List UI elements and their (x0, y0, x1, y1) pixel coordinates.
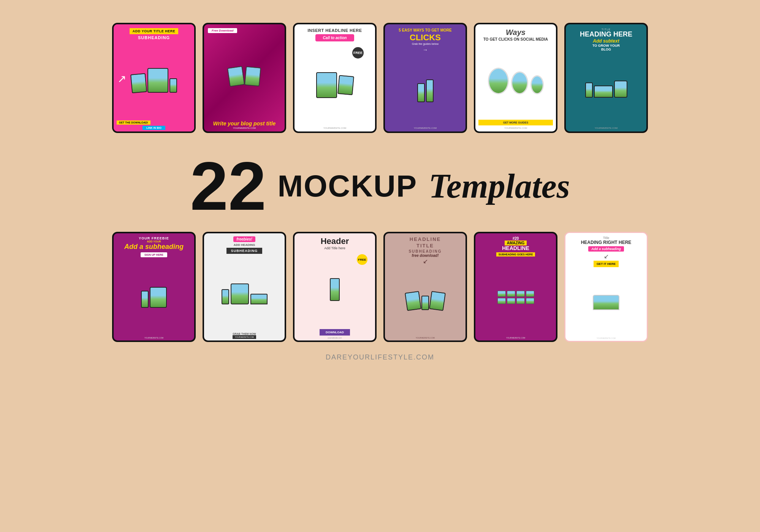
bt5-mockup (497, 258, 534, 337)
t6-togrow: TO GROW YOUR (592, 44, 620, 48)
bt5-url: YOURWEBSITE.COM (506, 337, 525, 339)
t1-mockup-area: ↗ (114, 41, 194, 119)
t2-url: YOURWEBSITE.COM (208, 127, 281, 129)
bt6-inner: Title HEADING RIGHT HERE Add a subheadin… (565, 233, 647, 341)
bt6-heading: HEADING RIGHT HERE (581, 240, 632, 245)
bt2-add-heading: ADD HEADING (234, 243, 255, 247)
t6-blog: BLOG (601, 48, 611, 51)
bt3-inner: Header Add Title here FREE DOWNLOAD your… (294, 233, 375, 340)
bottom-template-card-3: Header Add Title here FREE DOWNLOAD your… (293, 232, 377, 342)
bt1-subheading: Add a subheading (124, 243, 184, 251)
t3-inner: INSERT HEADLINE HERE Call to action FREE… (294, 24, 375, 131)
bt6-get-it: GET IT HERE (594, 261, 619, 267)
t1-subheading: SUBHEADING (138, 35, 170, 40)
t3-url: YOURWEBSITE.COM (323, 127, 346, 129)
bt4-mockup (406, 265, 445, 337)
t5-url: YOURWEBSITE.COM (504, 127, 527, 129)
t1-title: ADD YOUR TITLE HERE (130, 28, 178, 34)
top-templates-row: ADD YOUR TITLE HERE SUBHEADING ↗ get the… (112, 23, 648, 133)
bottom-template-card-2: freebies! ADD HEADING SUBHEADING GRAB TH… (203, 232, 286, 342)
t5-mockup-area (488, 42, 544, 120)
t2-mockup-area (208, 33, 281, 120)
bt1-inner: YOUR FREEBIE ADD YOUR Add a subheading S… (114, 233, 194, 340)
bt3-download: DOWNLOAD (320, 329, 350, 336)
bt3-header: Header (321, 236, 349, 246)
bt6-mockup (593, 268, 619, 337)
template-card-5: Ways TO GET CLICKS ON SOCIAL MEDIA (474, 23, 557, 133)
bt4-headline: HEADLINE (410, 236, 441, 242)
bt5-num: #20 (513, 236, 519, 241)
bt2-inner: freebies! ADD HEADING SUBHEADING GRAB TH… (204, 233, 285, 340)
bt2-url: YOURWEBSITE.COM (233, 335, 256, 339)
bt1-add-your: ADD YOUR (147, 240, 161, 243)
bt6-subheading: Add a subheading (588, 246, 624, 252)
templates-label: Templates (429, 169, 570, 203)
template-card-6: TITLE Heading HERE Add subtext TO GROW Y… (564, 23, 648, 133)
t1-get-download: get the download! (117, 120, 150, 125)
bt1-freebie: YOUR FREEBIE (139, 236, 169, 240)
mockup-label: MOCKUP (278, 171, 418, 201)
bt2-grab: GRAB THEM NOW (233, 332, 256, 335)
t6-heading: Heading HERE (580, 31, 632, 38)
number-22: 22 (190, 152, 266, 220)
bt1-url: YOURWEBSITE.COM (144, 337, 163, 339)
bottom-template-card-1: YOUR FREEBIE ADD YOUR Add a subheading S… (112, 232, 196, 342)
t2-write: Write your blog post title (208, 120, 281, 127)
t3-free-badge: FREE (352, 47, 364, 59)
bt1-signup: SIGN UP HERE (141, 252, 167, 257)
main-container: ADD YOUR TITLE HERE SUBHEADING ↗ get the… (76, 0, 684, 361)
footer-url: DAREYOURLIFESTYLE.COM (326, 353, 434, 361)
t5-yellow-bar-text: get more guides (503, 121, 528, 124)
t2-free-download: Free Download (208, 28, 237, 33)
bt4-inner: HEADLINE TITLE SUBHEADING free download!… (385, 233, 466, 340)
bt1-mockup (141, 258, 167, 337)
bt6-url: YOURWEBSITE.COM (597, 337, 616, 339)
t6-mockup-area (585, 51, 627, 127)
bt4-url: YOURWEBSITE.COM (416, 337, 435, 339)
bt4-free-download: free download! (412, 253, 439, 258)
t4-clicks: CLICKS (410, 33, 441, 43)
t1-bottom: get the download! LINK IN BIO (114, 119, 194, 131)
bt5-headline: HEADLINE (502, 245, 529, 251)
t5-toget: TO GET CLICKS ON SOCIAL MEDIA (483, 37, 548, 42)
t5-inner: Ways TO GET CLICKS ON SOCIAL MEDIA (475, 24, 556, 131)
bt2-mockup (222, 255, 268, 332)
t3-mockup-area (316, 43, 353, 127)
bottom-template-card-5: #20 AMAZING HEADLINE SUBHEADING GOES HER… (474, 232, 557, 342)
middle-text-section: 22 MOCKUP Templates (76, 152, 684, 220)
bt5-inner: #20 AMAZING HEADLINE SUBHEADING GOES HER… (475, 233, 556, 340)
bottom-templates-row: YOUR FREEBIE ADD YOUR Add a subheading S… (112, 232, 648, 342)
bt2-subheading: SUBHEADING (226, 248, 263, 254)
t4-grab: Grab the guides below (412, 43, 439, 45)
t3-cta: Call to action (315, 34, 355, 41)
t4-easy: 5 EASY WAYS to get more (399, 28, 451, 33)
t4-url: YOURWEBSITE.COM (414, 127, 437, 129)
t3-headline: INSERT HEADLINE HERE (307, 28, 362, 33)
t2-inner: Free Download Write your blog post title… (204, 24, 285, 131)
template-card-2: Free Download Write your blog post title… (203, 23, 286, 133)
t4-inner: 5 EASY WAYS to get more CLICKS Grab the … (385, 24, 466, 131)
bt6-title: Title (603, 236, 610, 240)
t4-mockup-area (417, 54, 434, 127)
bt4-title: TITLE (416, 243, 434, 249)
t1-link-bio: LINK IN BIO (142, 126, 165, 130)
t6-subtext: Add subtext (593, 38, 619, 44)
bt2-freebies: freebies! (233, 236, 255, 242)
template-card-3: INSERT HEADLINE HERE Call to action FREE… (293, 23, 377, 133)
template-card-4: 5 EASY WAYS to get more CLICKS Grab the … (383, 23, 467, 133)
t5-ways: Ways (506, 28, 526, 37)
t6-inner: TITLE Heading HERE Add subtext TO GROW Y… (566, 24, 646, 131)
template-card-1: ADD YOUR TITLE HERE SUBHEADING ↗ get the… (112, 23, 196, 133)
bt3-free-badge: FREE (357, 254, 367, 265)
bt3-url: yourwebsite.com (328, 337, 342, 339)
bt3-mockup (330, 250, 340, 329)
bt3-add-title: Add Title here (324, 246, 345, 250)
t5-yellow-bar: get more guides (478, 120, 553, 125)
t6-url: YOURWEBSITE.COM (595, 127, 618, 129)
bottom-template-card-6: Title HEADING RIGHT HERE Add a subheadin… (564, 232, 648, 342)
bt5-subheading: SUBHEADING GOES HERE (496, 252, 535, 256)
bottom-template-card-4: HEADLINE TITLE SUBHEADING free download!… (383, 232, 467, 342)
bt4-subheading: SUBHEADING (408, 249, 442, 253)
